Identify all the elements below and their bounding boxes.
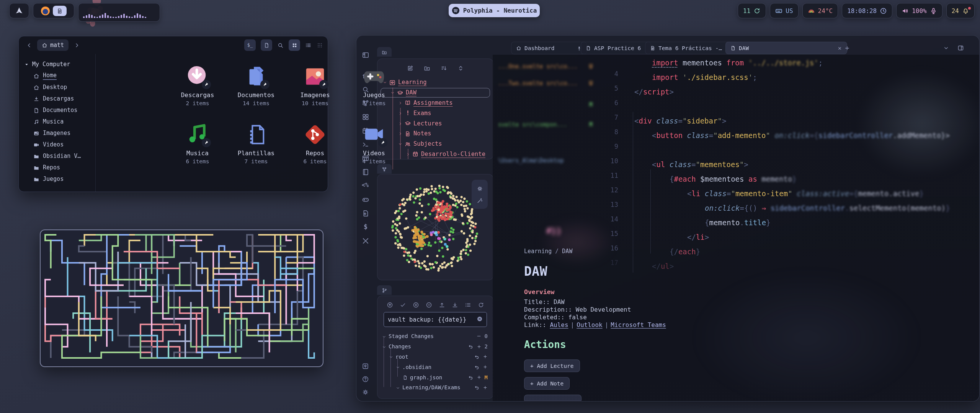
help-icon[interactable] [362,375,369,382]
stage-icon [477,375,482,380]
folder-juegos[interactable]: Juegos8 items [345,65,403,106]
tab-asp-practice-6[interactable]: ASP Practice 6 [581,42,651,54]
folder-plantillas[interactable]: Plantillas7 items [227,123,285,164]
tab-daw[interactable]: DAW [725,42,847,54]
gear-icon[interactable] [362,388,369,395]
git-row-staged-changes[interactable]: Staged Changes0 [377,331,493,341]
launcher-button[interactable] [9,3,29,18]
git-row-learning-daw-exams[interactable]: Learning/DAW/Exams [377,382,493,393]
sidebar-item-descargas[interactable]: Descargas [19,93,95,104]
link-microsoft-teams[interactable]: Microsoft Teams [611,321,666,328]
sidebar-item-videos[interactable]: Videos [19,139,95,150]
folder-videos[interactable]: Videos4 items [345,123,403,164]
git-check-button[interactable] [400,301,406,308]
tree-item-exams[interactable]: !Exams [377,108,493,118]
git-row-graph-json[interactable]: graph.jsonM [377,372,493,382]
sidebar-item-documentos[interactable]: Documentos [19,104,95,116]
ribbon-panel-left-icon[interactable] [362,51,369,59]
sidebar-item-musica[interactable]: Musica [19,116,95,127]
git-row-root[interactable]: root [377,352,493,362]
tab-list-dropdown[interactable] [943,44,949,51]
now-playing-track: Polyphia - Neurotica [463,7,537,14]
action-button-partial[interactable] [524,395,581,401]
git-row--obsidian[interactable]: .obsidian [377,362,493,372]
files-panel-tab[interactable] [377,47,392,57]
folder-repos[interactable]: Repos6 items [286,123,344,164]
git-upload-button[interactable] [439,301,445,308]
git-plus-c-button[interactable] [413,301,419,308]
tree-collapse-button[interactable] [457,64,464,72]
folder-documentos[interactable]: Documentos14 items [227,65,285,106]
status-volume[interactable]: 100% [896,3,942,18]
sidebar-item-desktop[interactable]: Desktop [19,81,95,93]
sidebar-item-repos[interactable]: Repos [19,162,95,173]
tree-sort-button[interactable] [441,64,447,72]
modified-badge: M [485,374,488,380]
clear-input-icon[interactable] [477,316,483,324]
template-icon [244,123,268,146]
folder-icon [382,50,387,55]
sidebar-item-home[interactable]: Home [19,70,95,81]
git-panel-tab[interactable] [377,285,392,295]
tree-edit-sq-button[interactable] [407,64,413,72]
workspace-firefox-icon[interactable] [41,7,50,15]
download-icon [452,302,458,308]
ribbon-controller-icon[interactable] [362,195,369,203]
ribbon-file-badge-icon[interactable] [362,209,369,217]
now-playing-widget[interactable]: Polyphia - Neurotica [449,4,540,17]
git-minus-c-button[interactable] [426,301,432,308]
toggle-right-sidebar[interactable] [957,44,964,51]
breadcrumb[interactable]: matt [37,39,69,51]
ribbon-book-icon[interactable] [362,168,369,176]
new-file-button[interactable] [261,39,272,51]
add-lecture-button[interactable]: + Add Lecture [524,359,580,372]
ribbon-code-chip-icon[interactable]: <% [362,182,369,189]
users-icon [405,141,411,147]
add-note-button[interactable]: + Add Note [524,377,570,390]
grid-view-button[interactable] [289,39,300,51]
folder-descargas[interactable]: Descargas2 items [169,65,226,106]
back-button[interactable] [23,39,35,51]
compact-view-button[interactable] [317,42,323,49]
sidebar-item-imagenes[interactable]: Imagenes [19,127,95,139]
folder-imagenes[interactable]: Imagenes10 items [286,65,344,106]
graph-panel-tab[interactable] [377,164,392,174]
graph-gear-button[interactable] [477,185,483,192]
git-list-ul-button[interactable] [465,301,471,308]
tab-dashboard[interactable]: Dashboard [511,42,587,54]
sidebar-item-juegos[interactable]: Juegos [19,173,95,185]
status-keyboard-layout[interactable]: US [770,3,798,18]
list-view-button[interactable] [305,42,312,49]
new-file-icon [264,42,270,48]
link-outlook[interactable]: Outlook [577,321,602,328]
link-aules[interactable]: Aules [550,321,568,328]
ribbon-dollar-icon[interactable]: $ [362,223,369,231]
breadcrumb-parent[interactable]: Learning [524,248,552,255]
graph-wand-button[interactable] [477,197,483,204]
git-row-changes[interactable]: Changes2 [377,341,493,352]
top-bar: Polyphia - Neurotica 11US24°C18:08:28100… [0,0,980,21]
line-number: 10 [611,157,618,165]
status-updates[interactable]: 11 [738,3,766,18]
git-refresh-button[interactable] [478,301,484,308]
vault-icon[interactable] [362,362,369,369]
new-tab-button[interactable] [844,44,850,51]
sidebar-item-obsidianv[interactable]: Obsidian V… [19,150,95,162]
chevron-right-icon [74,42,80,49]
ribbon-swords-icon[interactable] [362,237,369,244]
status-notifications[interactable]: 24 [946,3,975,18]
tab-tema-6-pr-cticas-[interactable]: Tema 6 Prácticas -… [645,42,732,54]
folder-musica[interactable]: Musica6 items [169,123,226,164]
status-weather[interactable]: 24°C [802,3,838,18]
tree-folder-plus-button[interactable] [424,64,430,72]
status-clock[interactable]: 18:08:28 [842,3,892,18]
forward-button[interactable] [71,39,82,51]
git-arrow-up-c-button[interactable] [387,301,393,308]
sidebar-group-my-computer[interactable]: My Computer [19,59,95,70]
search-button[interactable] [277,42,284,49]
git-download-button[interactable] [452,301,458,308]
commit-message-input[interactable]: vault backup: {{date}} [384,312,487,327]
open-terminal-button[interactable]: $_ [244,39,256,51]
workspace-active-notes[interactable] [53,6,67,16]
ribbon-layout-icon[interactable] [362,113,369,120]
